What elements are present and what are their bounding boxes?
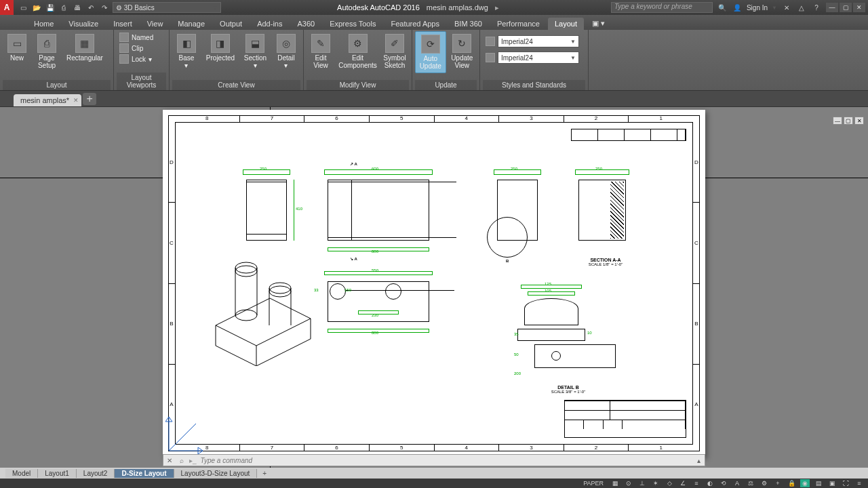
sb-hardware-icon[interactable]: ▤ bbox=[814, 479, 823, 487]
cloud-icon[interactable]: △ bbox=[796, 2, 807, 13]
cmd-close-icon[interactable]: ✕ bbox=[163, 457, 176, 464]
layout-tab-dsize[interactable]: D-Size Layout bbox=[115, 469, 174, 478]
panel-title-update: Update bbox=[415, 80, 477, 90]
sb-osnap-icon[interactable]: ◇ bbox=[665, 479, 674, 487]
close-icon[interactable]: ✕ bbox=[73, 97, 79, 104]
exchange-icon[interactable]: ✕ bbox=[781, 2, 792, 13]
chevron-down-icon[interactable]: ▼ bbox=[772, 5, 777, 11]
doc-title: mesin amplas.dwg bbox=[427, 3, 488, 12]
cmd-search-icon: ⌕ bbox=[176, 457, 188, 464]
tab-express[interactable]: Express Tools bbox=[323, 18, 382, 30]
app-logo[interactable]: A bbox=[0, 0, 14, 15]
part-view-1 bbox=[246, 180, 287, 241]
sb-otrack-icon[interactable]: ∠ bbox=[678, 479, 688, 487]
auto-update-button[interactable]: ⟳AutoUpdate bbox=[415, 31, 446, 73]
sb-fullscreen-icon[interactable]: ⛶ bbox=[841, 479, 850, 487]
edit-icon: ✎ bbox=[311, 34, 330, 53]
qat-print-icon[interactable]: 🖶 bbox=[72, 2, 83, 13]
layout-tab-2[interactable]: Layout2 bbox=[77, 469, 115, 478]
clip-icon bbox=[119, 43, 129, 53]
update-view-button[interactable]: ↻UpdateView bbox=[448, 31, 477, 72]
tab-insert[interactable]: Insert bbox=[106, 18, 139, 30]
tab-addins[interactable]: Add-ins bbox=[250, 18, 289, 30]
panel-title-styles: Styles and Standards bbox=[483, 80, 585, 90]
maximize-button[interactable]: ▢ bbox=[840, 3, 852, 12]
page-setup-button[interactable]: ⎙PageSetup bbox=[33, 31, 61, 72]
tab-home[interactable]: Home bbox=[27, 18, 60, 30]
tab-bim360[interactable]: BIM 360 bbox=[448, 18, 489, 30]
status-mode[interactable]: PAPER bbox=[580, 480, 606, 487]
qat-undo-icon[interactable]: ↶ bbox=[85, 2, 96, 13]
sb-grid-icon[interactable]: ▦ bbox=[610, 479, 620, 487]
qat-new-icon[interactable]: ▭ bbox=[18, 2, 28, 13]
sb-snap-icon[interactable]: ⊙ bbox=[624, 479, 633, 487]
sb-lock-icon[interactable]: 🔒 bbox=[787, 479, 796, 487]
workspace-dropdown[interactable]: ⚙ 3D Basics ▼ bbox=[113, 2, 221, 13]
sb-annotation-icon[interactable]: A bbox=[732, 479, 742, 487]
qat-save-icon[interactable]: 💾 bbox=[45, 2, 56, 13]
sb-lineweight-icon[interactable]: ≡ bbox=[692, 479, 701, 487]
vp-close-button[interactable]: ✕ bbox=[854, 117, 864, 125]
search-input[interactable]: Type a keyword or phrase bbox=[611, 2, 713, 13]
qat-saveas-icon[interactable]: ⎙ bbox=[58, 2, 69, 13]
tab-extra-icon[interactable]: ▣ ▾ bbox=[585, 17, 612, 30]
detail-view-button[interactable]: ◎Detail▾ bbox=[272, 31, 300, 72]
tab-performance[interactable]: Performance bbox=[490, 18, 547, 30]
layout-tab-1[interactable]: Layout1 bbox=[38, 469, 77, 478]
tab-layout[interactable]: Layout bbox=[548, 18, 584, 30]
vp-minimize-button[interactable]: — bbox=[833, 117, 842, 125]
add-doc-tab[interactable]: + bbox=[83, 93, 96, 105]
minimize-button[interactable]: — bbox=[826, 3, 838, 12]
edit-components-button[interactable]: ⚙EditComponents bbox=[336, 31, 379, 72]
components-icon: ⚙ bbox=[349, 34, 368, 53]
help-icon[interactable]: ? bbox=[811, 2, 822, 13]
detail-style-dropdown[interactable]: Imperial24▼ bbox=[498, 52, 579, 64]
lock-viewport-button[interactable]: Lock ▾ bbox=[119, 54, 153, 64]
sb-gear-icon[interactable]: ⚙ bbox=[760, 479, 769, 487]
tab-manage[interactable]: Manage bbox=[171, 18, 212, 30]
paper-sheet: 87654321 87654321 DCBA DCBA 250 410 ↗ A … bbox=[163, 110, 705, 457]
qat-redo-icon[interactable]: ↷ bbox=[99, 2, 110, 13]
tab-a360[interactable]: A360 bbox=[290, 18, 321, 30]
new-layout-button[interactable]: ▭New bbox=[3, 31, 31, 64]
svg-point-0 bbox=[235, 262, 257, 273]
tab-featured[interactable]: Featured Apps bbox=[384, 18, 446, 30]
search-icon[interactable]: 🔍 bbox=[717, 2, 728, 13]
tab-visualize[interactable]: Visualize bbox=[62, 18, 105, 30]
doc-tab[interactable]: mesin amplas*✕ bbox=[14, 94, 81, 106]
sb-customize-icon[interactable]: ≡ bbox=[854, 479, 864, 487]
qat-open-icon[interactable]: 📂 bbox=[31, 2, 42, 13]
sb-plus-icon[interactable]: + bbox=[773, 479, 783, 487]
sb-scale-icon[interactable]: ⚖ bbox=[746, 479, 755, 487]
sb-polar-icon[interactable]: ✶ bbox=[651, 479, 660, 487]
drawing-canvas[interactable]: — ▢ ✕ 87654321 87654321 DCBA DCBA 250 41… bbox=[0, 107, 868, 468]
vp-maximize-button[interactable]: ▢ bbox=[844, 117, 853, 125]
layout-tab-model[interactable]: Model bbox=[5, 469, 38, 478]
title-arrow-icon[interactable]: ▸ bbox=[495, 3, 499, 12]
sb-clean-icon[interactable]: ▣ bbox=[827, 479, 837, 487]
sb-cycling-icon[interactable]: ⟲ bbox=[719, 479, 728, 487]
section-view-button[interactable]: ⬓Section▾ bbox=[240, 31, 271, 72]
section-style-dropdown[interactable]: Imperial24▼ bbox=[498, 35, 579, 47]
layout-tab-3[interactable]: Layout3-D-Size Layout bbox=[174, 469, 258, 478]
sb-ortho-icon[interactable]: ⊥ bbox=[637, 479, 647, 487]
close-button[interactable]: ✕ bbox=[853, 3, 865, 12]
projected-view-button[interactable]: ◨Projected bbox=[202, 31, 239, 64]
sb-transparency-icon[interactable]: ◐ bbox=[705, 479, 715, 487]
title-right: Type a keyword or phrase 🔍 👤 Sign In ▼ ✕… bbox=[611, 2, 868, 13]
command-input[interactable] bbox=[198, 457, 692, 464]
add-layout-tab[interactable]: + bbox=[257, 469, 272, 478]
tab-output[interactable]: Output bbox=[213, 18, 249, 30]
symbol-sketch-button[interactable]: ✐SymbolSketch bbox=[380, 31, 409, 72]
signin-label[interactable]: Sign In bbox=[747, 4, 768, 12]
sb-isolate-icon[interactable]: ◉ bbox=[800, 479, 810, 487]
signin-icon[interactable]: 👤 bbox=[732, 2, 743, 13]
tab-view[interactable]: View bbox=[140, 18, 170, 30]
cmd-history-icon[interactable]: ▴ bbox=[692, 457, 705, 464]
edit-view-button[interactable]: ✎EditView bbox=[307, 31, 335, 72]
isometric-view bbox=[209, 251, 317, 366]
clip-viewport-button[interactable]: Clip bbox=[119, 43, 153, 53]
base-view-button[interactable]: ◧Base▾ bbox=[172, 31, 201, 72]
rectangular-button[interactable]: ▦Rectangular bbox=[62, 31, 107, 64]
named-viewport-button[interactable]: Named bbox=[119, 33, 153, 42]
